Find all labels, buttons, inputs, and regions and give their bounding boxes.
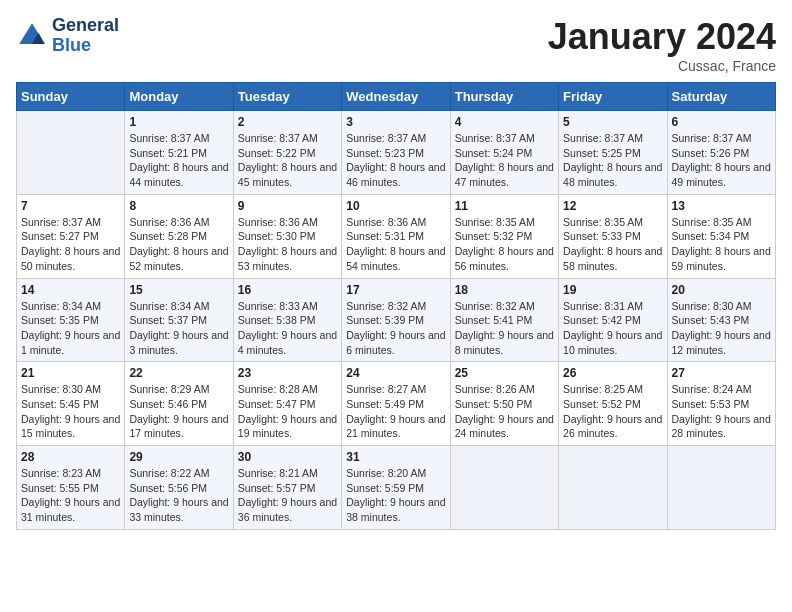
calendar-cell: 10Sunrise: 8:36 AMSunset: 5:31 PMDayligh…: [342, 194, 450, 278]
day-info: Sunrise: 8:37 AMSunset: 5:23 PMDaylight:…: [346, 131, 445, 190]
day-info: Sunrise: 8:28 AMSunset: 5:47 PMDaylight:…: [238, 382, 337, 441]
calendar-cell: 31Sunrise: 8:20 AMSunset: 5:59 PMDayligh…: [342, 446, 450, 530]
day-number: 1: [129, 115, 228, 129]
weekday-header: Thursday: [450, 83, 558, 111]
location: Cussac, France: [548, 58, 776, 74]
day-number: 11: [455, 199, 554, 213]
calendar-cell: 30Sunrise: 8:21 AMSunset: 5:57 PMDayligh…: [233, 446, 341, 530]
day-number: 14: [21, 283, 120, 297]
day-number: 8: [129, 199, 228, 213]
day-info: Sunrise: 8:22 AMSunset: 5:56 PMDaylight:…: [129, 466, 228, 525]
calendar-cell: 13Sunrise: 8:35 AMSunset: 5:34 PMDayligh…: [667, 194, 775, 278]
calendar-table: SundayMondayTuesdayWednesdayThursdayFrid…: [16, 82, 776, 530]
day-info: Sunrise: 8:21 AMSunset: 5:57 PMDaylight:…: [238, 466, 337, 525]
calendar-cell: 16Sunrise: 8:33 AMSunset: 5:38 PMDayligh…: [233, 278, 341, 362]
logo: General Blue: [16, 16, 119, 56]
calendar-cell: 9Sunrise: 8:36 AMSunset: 5:30 PMDaylight…: [233, 194, 341, 278]
day-number: 9: [238, 199, 337, 213]
calendar-cell: 2Sunrise: 8:37 AMSunset: 5:22 PMDaylight…: [233, 111, 341, 195]
day-info: Sunrise: 8:32 AMSunset: 5:41 PMDaylight:…: [455, 299, 554, 358]
day-number: 17: [346, 283, 445, 297]
title-block: January 2024 Cussac, France: [548, 16, 776, 74]
logo-line1: General: [52, 16, 119, 36]
calendar-cell: 12Sunrise: 8:35 AMSunset: 5:33 PMDayligh…: [559, 194, 667, 278]
calendar-cell: 15Sunrise: 8:34 AMSunset: 5:37 PMDayligh…: [125, 278, 233, 362]
day-info: Sunrise: 8:27 AMSunset: 5:49 PMDaylight:…: [346, 382, 445, 441]
day-number: 18: [455, 283, 554, 297]
day-number: 10: [346, 199, 445, 213]
calendar-week-row: 21Sunrise: 8:30 AMSunset: 5:45 PMDayligh…: [17, 362, 776, 446]
calendar-week-row: 1Sunrise: 8:37 AMSunset: 5:21 PMDaylight…: [17, 111, 776, 195]
calendar-cell: [450, 446, 558, 530]
calendar-cell: 17Sunrise: 8:32 AMSunset: 5:39 PMDayligh…: [342, 278, 450, 362]
day-number: 22: [129, 366, 228, 380]
calendar-cell: 28Sunrise: 8:23 AMSunset: 5:55 PMDayligh…: [17, 446, 125, 530]
day-info: Sunrise: 8:33 AMSunset: 5:38 PMDaylight:…: [238, 299, 337, 358]
day-number: 29: [129, 450, 228, 464]
calendar-cell: [667, 446, 775, 530]
month-title: January 2024: [548, 16, 776, 58]
day-number: 23: [238, 366, 337, 380]
day-info: Sunrise: 8:37 AMSunset: 5:21 PMDaylight:…: [129, 131, 228, 190]
calendar-week-row: 28Sunrise: 8:23 AMSunset: 5:55 PMDayligh…: [17, 446, 776, 530]
day-number: 27: [672, 366, 771, 380]
day-info: Sunrise: 8:25 AMSunset: 5:52 PMDaylight:…: [563, 382, 662, 441]
day-number: 25: [455, 366, 554, 380]
weekday-header: Friday: [559, 83, 667, 111]
day-number: 3: [346, 115, 445, 129]
day-info: Sunrise: 8:35 AMSunset: 5:32 PMDaylight:…: [455, 215, 554, 274]
calendar-cell: 3Sunrise: 8:37 AMSunset: 5:23 PMDaylight…: [342, 111, 450, 195]
weekday-header: Sunday: [17, 83, 125, 111]
day-info: Sunrise: 8:26 AMSunset: 5:50 PMDaylight:…: [455, 382, 554, 441]
weekday-header: Tuesday: [233, 83, 341, 111]
calendar-cell: 1Sunrise: 8:37 AMSunset: 5:21 PMDaylight…: [125, 111, 233, 195]
calendar-cell: 23Sunrise: 8:28 AMSunset: 5:47 PMDayligh…: [233, 362, 341, 446]
calendar-header-row: SundayMondayTuesdayWednesdayThursdayFrid…: [17, 83, 776, 111]
page-header: General Blue January 2024 Cussac, France: [16, 16, 776, 74]
day-info: Sunrise: 8:30 AMSunset: 5:43 PMDaylight:…: [672, 299, 771, 358]
calendar-cell: 19Sunrise: 8:31 AMSunset: 5:42 PMDayligh…: [559, 278, 667, 362]
day-number: 2: [238, 115, 337, 129]
day-number: 5: [563, 115, 662, 129]
day-info: Sunrise: 8:35 AMSunset: 5:34 PMDaylight:…: [672, 215, 771, 274]
day-info: Sunrise: 8:34 AMSunset: 5:37 PMDaylight:…: [129, 299, 228, 358]
day-number: 13: [672, 199, 771, 213]
day-number: 31: [346, 450, 445, 464]
day-number: 21: [21, 366, 120, 380]
weekday-header: Wednesday: [342, 83, 450, 111]
calendar-cell: 5Sunrise: 8:37 AMSunset: 5:25 PMDaylight…: [559, 111, 667, 195]
logo-line2: Blue: [52, 36, 119, 56]
calendar-cell: 11Sunrise: 8:35 AMSunset: 5:32 PMDayligh…: [450, 194, 558, 278]
calendar-cell: [17, 111, 125, 195]
calendar-cell: 14Sunrise: 8:34 AMSunset: 5:35 PMDayligh…: [17, 278, 125, 362]
day-info: Sunrise: 8:34 AMSunset: 5:35 PMDaylight:…: [21, 299, 120, 358]
day-info: Sunrise: 8:29 AMSunset: 5:46 PMDaylight:…: [129, 382, 228, 441]
day-info: Sunrise: 8:37 AMSunset: 5:25 PMDaylight:…: [563, 131, 662, 190]
day-number: 4: [455, 115, 554, 129]
day-info: Sunrise: 8:36 AMSunset: 5:31 PMDaylight:…: [346, 215, 445, 274]
day-info: Sunrise: 8:36 AMSunset: 5:30 PMDaylight:…: [238, 215, 337, 274]
calendar-cell: 21Sunrise: 8:30 AMSunset: 5:45 PMDayligh…: [17, 362, 125, 446]
calendar-cell: [559, 446, 667, 530]
calendar-cell: 4Sunrise: 8:37 AMSunset: 5:24 PMDaylight…: [450, 111, 558, 195]
day-number: 26: [563, 366, 662, 380]
day-number: 19: [563, 283, 662, 297]
day-info: Sunrise: 8:37 AMSunset: 5:24 PMDaylight:…: [455, 131, 554, 190]
day-info: Sunrise: 8:30 AMSunset: 5:45 PMDaylight:…: [21, 382, 120, 441]
calendar-cell: 24Sunrise: 8:27 AMSunset: 5:49 PMDayligh…: [342, 362, 450, 446]
day-info: Sunrise: 8:24 AMSunset: 5:53 PMDaylight:…: [672, 382, 771, 441]
day-number: 30: [238, 450, 337, 464]
calendar-cell: 26Sunrise: 8:25 AMSunset: 5:52 PMDayligh…: [559, 362, 667, 446]
day-number: 28: [21, 450, 120, 464]
weekday-header: Saturday: [667, 83, 775, 111]
day-number: 15: [129, 283, 228, 297]
day-number: 12: [563, 199, 662, 213]
day-info: Sunrise: 8:37 AMSunset: 5:26 PMDaylight:…: [672, 131, 771, 190]
day-info: Sunrise: 8:37 AMSunset: 5:27 PMDaylight:…: [21, 215, 120, 274]
day-number: 24: [346, 366, 445, 380]
calendar-week-row: 7Sunrise: 8:37 AMSunset: 5:27 PMDaylight…: [17, 194, 776, 278]
weekday-header: Monday: [125, 83, 233, 111]
day-info: Sunrise: 8:23 AMSunset: 5:55 PMDaylight:…: [21, 466, 120, 525]
calendar-cell: 27Sunrise: 8:24 AMSunset: 5:53 PMDayligh…: [667, 362, 775, 446]
calendar-cell: 7Sunrise: 8:37 AMSunset: 5:27 PMDaylight…: [17, 194, 125, 278]
